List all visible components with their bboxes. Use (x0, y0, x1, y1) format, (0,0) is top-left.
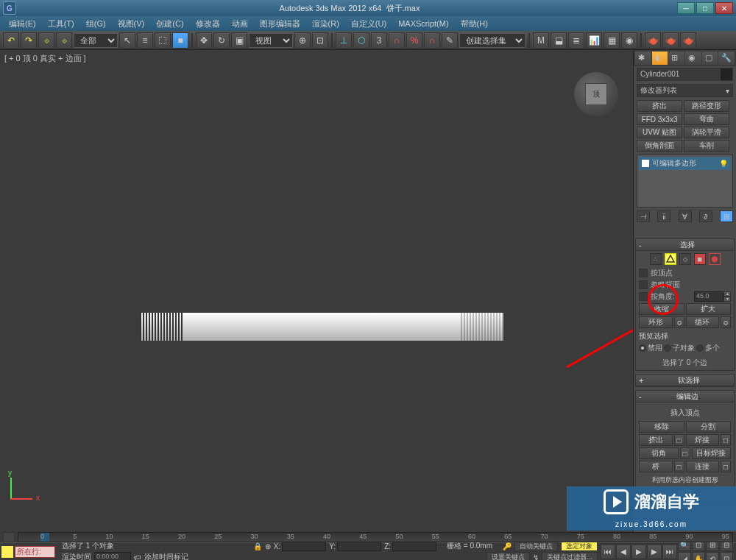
select-object-button[interactable]: ↖ (119, 32, 135, 49)
x-coord-input[interactable] (282, 541, 326, 551)
configure-stack-button[interactable]: ⊞ (720, 210, 733, 222)
y-coord-input[interactable] (337, 541, 381, 551)
menu-tools[interactable]: 工具(T) (42, 17, 80, 31)
tab-motion[interactable]: ◉ (685, 52, 701, 65)
mod-btn-turbosmooth[interactable]: 涡轮平滑 (684, 127, 729, 138)
manipulate-button[interactable]: ⊡ (312, 32, 328, 49)
key-filters-button[interactable]: 关键点过滤器... (542, 552, 598, 560)
mod-btn-ffd[interactable]: FFD 3x3x3 (637, 113, 682, 125)
viewcube[interactable]: 顶 (574, 72, 618, 116)
render-production-button[interactable]: 🫖 (680, 32, 696, 49)
viewport-object-cylinder[interactable] (140, 313, 503, 341)
menu-group[interactable]: 组(G) (80, 17, 112, 31)
ring-spinner[interactable]: ≎ (674, 316, 684, 328)
preview-off-radio[interactable] (639, 344, 646, 352)
menu-customize[interactable]: 自定义(U) (345, 17, 392, 31)
chamfer-settings[interactable]: □ (680, 447, 690, 459)
ring-button[interactable]: 环形 (639, 316, 673, 328)
trackbar[interactable]: 05101520253035404550556065707580859095 (0, 532, 736, 542)
tab-modify[interactable]: ◐ (652, 52, 668, 65)
max-toggle-button[interactable]: ⊡ (720, 552, 733, 560)
make-unique-button[interactable]: ∀ (679, 210, 692, 222)
pin-stack-button[interactable]: ⊣ (637, 210, 650, 222)
remove-modifier-button[interactable]: ∂ (699, 210, 712, 222)
material-editor-button[interactable]: ◉ (621, 32, 637, 49)
goto-start-button[interactable]: ⏮ (601, 545, 615, 559)
fov-button[interactable]: ◢ (678, 552, 691, 560)
goto-end-button[interactable]: ⏭ (662, 545, 677, 559)
bulb-icon[interactable]: 💡 (719, 160, 728, 168)
maxscript-prompt[interactable]: 所在行: (15, 546, 55, 558)
render-setup-button[interactable]: 🫖 (645, 32, 661, 49)
loop-spinner[interactable]: ≎ (721, 316, 731, 328)
mirror-button[interactable]: M (533, 32, 549, 49)
shrink-button[interactable]: 收缩 (639, 303, 684, 315)
viewport-label[interactable]: [ + 0 顶 0 真实 + 边面 ] (4, 53, 86, 64)
create-shape-button[interactable]: 利用所选内容创建图形 (639, 475, 731, 485)
loop-button[interactable]: 循环 (686, 316, 720, 328)
orbit-button[interactable]: ⟲ (706, 552, 719, 560)
bridge-settings[interactable]: □ (674, 461, 684, 472)
maximize-button[interactable]: □ (696, 2, 714, 14)
selection-scope-dropdown[interactable]: 全部 (74, 33, 118, 48)
selected-object-button[interactable]: 选定对象 (561, 541, 598, 551)
angle-snap-button[interactable]: 3 (371, 32, 387, 49)
mod-btn-lathe[interactable]: 车削 (684, 140, 729, 152)
split-button[interactable]: 分割 (686, 421, 732, 433)
minimize-button[interactable]: ─ (677, 2, 695, 14)
grow-button[interactable]: 扩大 (686, 303, 732, 315)
curve-editor-button[interactable]: 📊 (586, 32, 602, 49)
timeline-ruler[interactable]: 05101520253035404550556065707580859095 (18, 532, 733, 542)
extrude-settings[interactable]: □ (674, 434, 684, 446)
menu-maxscript[interactable]: MAXScript(M) (392, 18, 454, 29)
weld-settings[interactable]: □ (721, 434, 731, 446)
menu-help[interactable]: 帮助(H) (455, 17, 494, 31)
tag-icon[interactable]: 🏷 (134, 553, 141, 561)
trackbar-icon[interactable] (3, 532, 15, 542)
render-frame-button[interactable]: 🫖 (662, 32, 679, 49)
preview-multi-radio[interactable] (696, 344, 704, 352)
mod-btn-extrude[interactable]: 挤出 (637, 100, 682, 112)
undo-button[interactable]: ↶ (3, 32, 19, 49)
modifier-stack-item[interactable]: 可编辑多边形 💡 (639, 157, 731, 170)
bridge-button[interactable]: 桥 (639, 461, 673, 472)
extrude-button[interactable]: 挤出 (639, 434, 673, 446)
mod-btn-bevelprofile[interactable]: 倒角剖面 (637, 140, 682, 152)
mod-btn-pathdeform[interactable]: 路径变形 (684, 100, 729, 112)
menu-create[interactable]: 创建(C) (150, 17, 189, 31)
close-button[interactable]: ✕ (715, 2, 733, 14)
by-angle-checkbox[interactable] (639, 292, 648, 301)
redo-button[interactable]: ↷ (21, 32, 37, 49)
tab-create[interactable]: ✱ (635, 52, 651, 65)
menu-animation[interactable]: 动画 (226, 17, 254, 31)
play-button[interactable]: ▶ (631, 545, 646, 559)
viewcube-face[interactable]: 顶 (585, 83, 607, 105)
pan-button[interactable]: ✋ (692, 552, 705, 560)
prev-frame-button[interactable]: ◀ (616, 545, 631, 559)
mod-btn-uvw[interactable]: UVW 贴图 (637, 127, 682, 138)
add-time-tag[interactable]: 添加时间标记 (144, 552, 188, 560)
connect-settings[interactable]: □ (721, 461, 731, 472)
insert-vertex-button[interactable]: 插入顶点 (639, 408, 731, 418)
angle-input[interactable]: 45.0 (694, 291, 723, 302)
object-color-swatch[interactable] (721, 68, 732, 80)
lock-icon[interactable]: 🔒 (253, 542, 262, 550)
viewport[interactable]: [ + 0 顶 0 真实 + 边面 ] 顶 0 / 100 (0, 50, 633, 544)
subobj-vertex-button[interactable]: ∴ (650, 253, 662, 265)
edit-named-sel-button[interactable]: ✎ (442, 32, 458, 49)
z-coord-input[interactable] (392, 541, 436, 551)
menu-graph-editors[interactable]: 图形编辑器 (254, 17, 306, 31)
key-mode-icon[interactable]: ↯ (533, 553, 539, 561)
move-button[interactable]: ✥ (196, 32, 212, 49)
use-pivot-button[interactable]: ⊕ (294, 32, 311, 49)
tab-utilities[interactable]: 🔧 (718, 52, 735, 65)
remove-button[interactable]: 移除 (639, 421, 684, 433)
menu-edit[interactable]: 编辑(E) (3, 17, 42, 31)
key-icon[interactable]: 🔑 (503, 542, 512, 550)
object-name-field[interactable]: Cylinder001 (637, 68, 733, 81)
link-button[interactable]: ⟐ (38, 32, 54, 49)
tab-display[interactable]: ▢ (702, 52, 718, 65)
unlink-button[interactable]: ⟐ (56, 32, 72, 49)
snap-toggle-button[interactable]: ⬡ (353, 32, 369, 49)
spinner-snap-button[interactable]: % (406, 32, 422, 49)
